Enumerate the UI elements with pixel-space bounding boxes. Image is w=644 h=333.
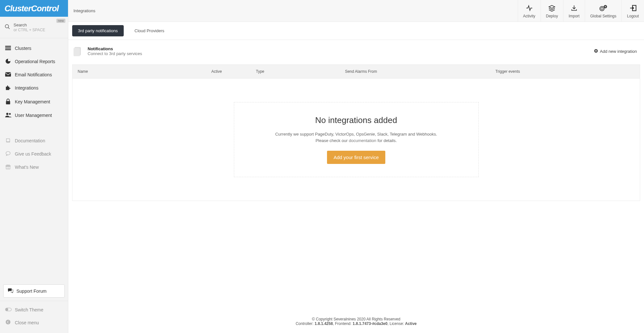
sidebar-item-keymgmt[interactable]: Key Management [0,95,68,109]
sidebar-item-label: What's New [15,165,39,170]
svg-rect-3 [5,47,11,48]
primary-nav: Clusters Operational Reports Email Notif… [0,38,68,126]
sidebar-item-integrations[interactable]: Integrations [0,81,68,95]
table-header: Name Active Type Send Alarms From Trigge… [72,64,640,79]
close-menu[interactable]: Close menu [0,316,68,329]
support-forum-button[interactable]: Support Forum [3,284,65,298]
top-action-label: Deploy [546,14,558,18]
footer: © Copyright Severalnines 2020 All Rights… [68,311,644,333]
tab-3rd-party-notifications[interactable]: 3rd party notifications [72,25,124,36]
support-forum-label: Support Forum [16,289,46,294]
svg-point-7 [6,113,8,115]
footer-controller-ver: 1.8.1.4258 [314,321,333,326]
breadcrumb: Integrations [68,8,95,13]
topbar: Integrations Activity Deploy Import [68,0,644,22]
users-icon [5,112,11,119]
empty-line2-post: for details. [376,138,397,143]
top-action-deploy[interactable]: Deploy [541,0,563,22]
svg-rect-6 [6,101,10,104]
svg-rect-4 [5,49,11,50]
sidebar-item-usermgmt[interactable]: User Management [0,109,68,122]
svg-point-18 [601,7,603,10]
tabs: 3rd party notifications Cloud Providers [68,22,644,40]
svg-point-16 [6,320,11,325]
top-action-label: Logout [627,14,639,18]
gift-icon [5,164,11,170]
database-icon [5,46,11,51]
section-subtitle: Connect to 3rd party services [88,51,142,56]
sidebar-item-label: User Management [15,113,52,118]
add-integration-link[interactable]: Add new integration [594,49,637,54]
sidebar-item-email[interactable]: Email Notifications [0,69,68,81]
book-icon [5,138,11,144]
col-alarms: Send Alarms From [345,69,495,74]
svg-point-10 [6,151,10,155]
envelope-icon [5,72,11,78]
toggle-icon [5,307,11,312]
svg-point-19 [600,6,604,11]
empty-line1: Currently we support PageDuty, VictorOps… [275,132,437,137]
activity-icon [525,5,533,13]
table-body-empty: No integrations added Currently we suppo… [72,79,640,201]
puzzle-icon [5,85,11,91]
sidebar-item-reports[interactable]: Operational Reports [0,55,68,69]
top-action-import[interactable]: Import [563,0,585,22]
footer-license-status: Active [405,321,417,326]
sidebar-item-feedback[interactable]: Give us Feedback [0,147,68,161]
tab-cloud-providers[interactable]: Cloud Providers [129,25,170,36]
col-type: Type [256,69,345,74]
switch-theme[interactable]: Switch Theme [0,304,68,316]
empty-state: No integrations added Currently we suppo… [234,102,479,177]
gears-icon [599,5,608,13]
footer-controller-label: Controller: [296,321,315,326]
empty-line2-pre: Please check our [315,138,349,143]
sidebar: ClusterControl new Search or CTRL + SPAC… [0,0,68,333]
svg-point-8 [9,113,11,115]
top-action-label: Global Settings [590,14,616,18]
sidebar-item-label: Email Notifications [15,72,52,77]
svg-point-15 [6,309,8,311]
search[interactable]: new Search or CTRL + SPACE [0,17,68,38]
sidebar-item-clusters[interactable]: Clusters [0,42,68,55]
main: Integrations Activity Deploy Import [68,0,644,333]
sidebar-item-label: Integrations [15,85,38,90]
svg-rect-2 [5,46,11,47]
plus-circle-icon [594,49,598,54]
top-action-logout[interactable]: Logout [621,0,644,22]
section-title: Notifications [88,46,142,51]
clipboard-icon [72,46,83,57]
top-action-settings[interactable]: Global Settings [585,0,621,22]
svg-rect-24 [73,48,80,56]
logout-icon [629,5,637,13]
search-label: Search [14,23,45,28]
footer-license-label: , License: [388,321,405,326]
sidebar-item-docs[interactable]: Documentation [0,134,68,147]
comments-icon [7,288,13,294]
search-hint: or CTRL + SPACE [14,28,45,32]
chevron-left-icon [5,319,11,326]
empty-title: No integrations added [244,115,469,125]
svg-point-0 [5,25,9,28]
svg-rect-5 [5,72,11,77]
top-action-activity[interactable]: Activity [518,0,541,22]
svg-marker-17 [549,5,555,8]
lock-icon [5,99,11,105]
close-menu-label: Close menu [15,320,39,325]
sidebar-item-whatsnew[interactable]: What's New [0,161,68,174]
section-header: Notifications Connect to 3rd party servi… [68,40,644,62]
search-icon [5,24,10,31]
col-active: Active [211,69,256,74]
add-first-service-button[interactable]: Add your first service [327,151,385,164]
col-events: Trigger events [495,69,635,74]
switch-theme-label: Switch Theme [15,307,43,312]
chat-icon [5,151,11,157]
brand-logo[interactable]: ClusterControl [0,0,68,17]
sidebar-item-label: Give us Feedback [15,151,51,157]
pie-chart-icon [5,58,11,65]
sidebar-item-label: Clusters [15,46,31,51]
footer-frontend-ver: 1.8.1.7473-#cda3e0 [352,321,387,326]
import-icon [570,5,578,13]
documentation-link[interactable]: documentation [349,138,376,143]
footer-frontend-label: , Frontend: [333,321,352,326]
svg-line-1 [8,28,10,29]
